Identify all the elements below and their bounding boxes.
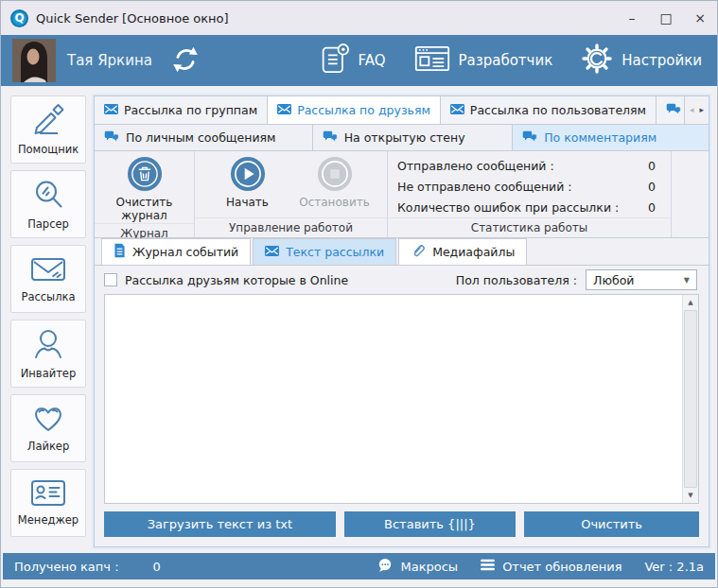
macros-button[interactable]: Макросы [377,558,458,576]
toolbar-group-stats: Отправлено сообщений : 0 Не отправлено с… [388,151,672,237]
version-label: Ver : 2.1a [644,560,704,574]
sidebar-item-label: Инвайтер [21,367,77,380]
stat-value: 0 [648,159,656,173]
gear-icon [581,43,613,78]
tab-media-files[interactable]: Медиафайлы [398,238,527,265]
speech-bubble-icon [377,558,393,576]
stat-not-sent: Не отправлено сообщений : 0 [397,178,656,195]
stat-errors: Количество ошибок при рассылки : 0 [397,199,656,216]
message-text-area[interactable] [105,295,682,503]
sidebar-item-liker[interactable]: Лайкер [10,394,86,462]
faq-button[interactable]: FAQ [321,43,385,78]
clear-log-button[interactable]: Очистить журнал [106,156,184,223]
insert-separator-button[interactable]: Вставить {|||} [344,511,516,537]
pencil-icon [31,103,65,140]
main-tabs: Рассылка по группам Рассылка по друзьям … [95,96,709,125]
clear-text-button[interactable]: Очистить [524,511,699,537]
subtab-private-messages[interactable]: По личным сообщениям [95,125,313,150]
subtab-label: На открытую стену [344,130,465,145]
stop-label: Остановить [299,196,370,209]
subtab-comments[interactable]: По комментариям [513,125,709,150]
refresh-icon [169,43,201,78]
browser-window-icon [414,44,450,77]
settings-button[interactable]: Настройки [581,43,702,78]
developer-label: Разработчик [459,52,553,69]
statusbar-right: Макросы Отчет обновления Ver : 2.1a [377,558,704,576]
load-text-from-txt-button[interactable]: Загрузить текст из txt [104,511,336,537]
sidebar-item-helper[interactable]: Помощник [10,95,86,164]
tab-label: Рассылка по друзьям [297,103,430,117]
window-controls: – □ × [615,1,717,35]
developer-button[interactable]: Разработчик [414,44,553,77]
tab-scroll-right-icon[interactable]: ▸ [699,106,704,114]
sidebar-item-label: Помощник [18,143,79,156]
toolbar-filler [672,151,709,237]
tab-mailing-video[interactable]: Рассылка по вид [657,96,685,124]
gender-filter: Пол пользователя : Любой ▼ [456,269,697,290]
document-icon [114,243,126,261]
maximize-button[interactable]: □ [649,1,683,35]
start-button[interactable]: Начать [209,156,287,217]
actions-row: Загрузить текст из txt Вставить {|||} Оч… [104,511,699,537]
chat-bubbles-icon [104,130,119,146]
status-bar: Получено капч : 0 Макросы Отчет обновлен… [3,553,715,579]
subtab-open-wall[interactable]: На открытую стену [313,125,514,150]
tab-mailing-users[interactable]: Рассылка по пользователям [441,96,657,124]
content-tabs: Журнал событий Текст рассылки Медиафайлы [95,238,709,266]
envelope-icon [265,245,279,259]
tab-mailing-groups[interactable]: Рассылка по группам [95,96,268,124]
sub-tabs: По личным сообщениям На открытую стену П… [95,125,709,151]
tab-mailing-text[interactable]: Текст рассылки [253,238,396,265]
scroll-down-icon[interactable]: ▼ [683,488,698,503]
id-card-icon [30,479,66,510]
vertical-scrollbar[interactable]: ▲ ▼ [682,295,698,503]
stat-label: Не отправлено сообщений : [397,180,572,194]
macros-label: Макросы [400,560,458,574]
envelope-icon [30,254,66,287]
sidebar-item-label: Парсер [27,217,69,231]
chevron-down-icon: ▼ [684,276,690,285]
clear-log-label: Очистить журнал [106,196,184,223]
refresh-button[interactable] [169,43,201,78]
captcha-count-value: 0 [153,560,161,574]
sidebar-item-manager[interactable]: Менеджер [10,469,86,537]
sidebar-item-parser[interactable]: Парсер [10,170,86,238]
faq-icon [321,43,349,78]
tab-scroll-controls: ◂ ▸ [685,96,709,124]
heart-icon [31,404,65,437]
magnifier-icon [31,178,65,215]
trash-icon [127,156,163,195]
stop-icon [317,156,353,195]
tab-scroll-left-icon[interactable]: ◂ [690,106,694,114]
minimize-button[interactable]: – [615,1,649,35]
stat-label: Количество ошибок при рассылки : [397,200,619,215]
gender-selected-value: Любой [593,273,634,287]
scroll-up-icon[interactable]: ▲ [683,295,698,310]
stop-button[interactable]: Остановить [296,156,374,217]
envelope-icon [450,103,464,117]
online-only-checkbox[interactable] [104,273,117,286]
window-title: Quick Sender [Основное окно] [36,11,229,26]
tab-label: Рассылка по группам [124,103,257,117]
username: Тая Яркина [67,52,152,69]
update-report-button[interactable]: Отчет обновления [481,559,622,574]
tab-label: Медиафайлы [432,245,515,259]
tab-event-log[interactable]: Журнал событий [101,238,251,265]
app-logo-icon: Q [10,9,28,27]
scrollbar-thumb[interactable] [684,310,697,488]
sidebar-item-inviter[interactable]: Инвайтер [10,320,86,388]
subtab-label: По комментариям [544,130,657,145]
settings-label: Настройки [622,52,702,69]
app-window: Q Quick Sender [Основное окно] – □ × Тая… [0,0,718,588]
tab-label: Текст рассылки [286,245,384,259]
sidebar-item-mailer[interactable]: Рассылка [10,245,86,313]
chat-bubbles-icon [666,103,681,118]
gender-label: Пол пользователя : [456,273,577,287]
tab-mailing-friends[interactable]: Рассылка по друзьям [268,96,441,124]
sidebar: Помощник Парсер [10,95,86,547]
titlebar: Q Quick Sender [Основное окно] – □ × [1,1,717,35]
close-button[interactable]: × [683,1,717,35]
main-area: Помощник Парсер [1,86,717,553]
gender-select[interactable]: Любой ▼ [586,269,697,290]
hamburger-menu-icon [481,559,495,574]
